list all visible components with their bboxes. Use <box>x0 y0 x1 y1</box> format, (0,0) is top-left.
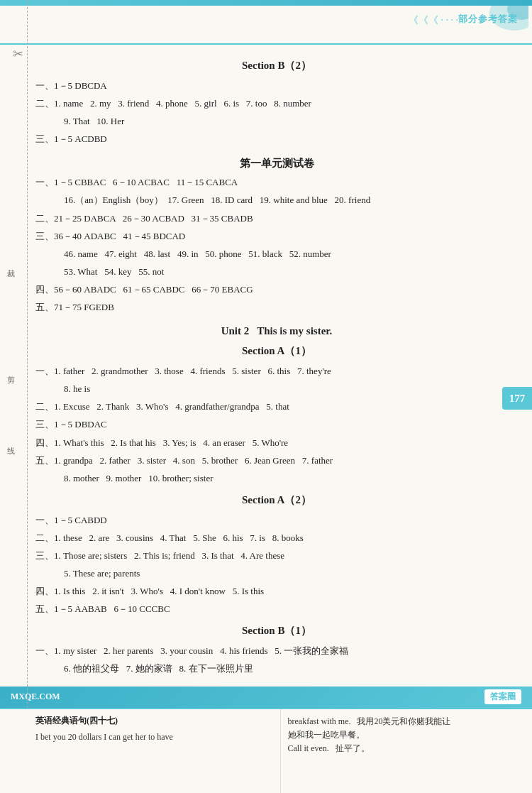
unit1-test-title: 第一单元测试卷 <box>35 157 518 170</box>
top-bar <box>0 0 532 6</box>
footer-right-english: breakfast with me. <box>288 716 351 726</box>
page-badge: 177 <box>502 387 532 410</box>
footer-call-label: Call it even. <box>288 743 329 753</box>
unit2-title: Unit 2 This is my sister. <box>35 325 518 337</box>
footer-left-text: I bet you 20 dollars I can get her to ha… <box>35 731 273 744</box>
footer-left-english: I bet you 20 dollars I can get her to ha… <box>35 732 173 742</box>
answer-line: 四、56－60 ABADC 61－65 CABDC 66－70 EBACG <box>35 282 518 297</box>
bottom-url: MXQE.COM <box>11 691 60 702</box>
footer-call-chinese: 扯平了。 <box>336 743 370 753</box>
header-arrows: 《《《 · · · · · · <box>409 14 468 27</box>
bottom-answer: 答案圈 <box>484 689 521 704</box>
footer-right-text: breakfast with me. 我用20美元和你赌我能让 <box>288 715 526 728</box>
answer-line: 5. These are; parents <box>64 566 518 581</box>
section-a1-title: Section A（1） <box>35 344 518 358</box>
footer-right-text2: 她和我一起吃早餐。 <box>288 728 526 742</box>
page-wrapper: 部分参考答案 《《《 · · · · · · ✂ 裁 剪 线 177 Secti… <box>0 0 532 793</box>
footer-area: 英语经典语句(四十七) I bet you 20 dollars I can g… <box>0 708 532 793</box>
answer-line: 三、36－40 ADABC 41－45 BDCAD <box>35 229 518 244</box>
section-b2: Section B（2） 一、1－5 DBCDA 二、1. name 2. my… <box>35 59 518 147</box>
answer-line: 三、1－5 ACDBD <box>35 131 518 147</box>
answer-line: 四、1. What's this 2. Is that his 3. Yes; … <box>35 435 518 451</box>
answer-line: 五、71－75 FGEDB <box>35 300 518 315</box>
answer-line: 二、1. name 2. my 3. friend 4. phone 5. gi… <box>35 96 518 111</box>
answer-line: 五、1－5 AABAB 6－10 CCCBC <box>35 601 518 617</box>
footer-call: Call it even. 扯平了。 <box>288 742 526 755</box>
header-area: 部分参考答案 《《《 · · · · · · <box>0 6 532 45</box>
answer-line: 一、1－5 CBBAC 6－10 ACBAC 11－15 CABCA <box>35 175 518 190</box>
answer-line: 四、1. Is this 2. it isn't 3. Who's 4. I d… <box>35 584 518 599</box>
footer-left: 英语经典语句(四十七) I bet you 20 dollars I can g… <box>0 709 281 793</box>
answer-line: 二、1. these 2. are 3. cousins 4. That 5. … <box>35 530 518 546</box>
answer-line: 二、1. Excuse 2. Thank 3. Who's 4. grandfa… <box>35 399 518 415</box>
footer-right: breakfast with me. 我用20美元和你赌我能让 她和我一起吃早餐… <box>281 709 533 793</box>
answer-line: 16.（an）English（boy） 17. Green 18. ID car… <box>64 192 518 208</box>
footer-english-label: 英语经典语句(四十七) <box>35 715 273 727</box>
answer-line: 6. 他的祖父母 7. 她的家谱 8. 在下一张照片里 <box>64 661 518 677</box>
main-content: Section B（2） 一、1－5 DBCDA 二、1. name 2. my… <box>35 45 518 687</box>
cut-line <box>27 0 28 793</box>
answer-line: 8. mother 9. mother 10. brother; sister <box>64 471 518 486</box>
answer-line: 46. name 47. eight 48. last 49. in 50. p… <box>64 246 518 262</box>
answer-line: 9. That 10. Her <box>64 114 518 129</box>
answer-line: 一、1－5 CABDD <box>35 513 518 528</box>
answer-line: 三、1. Those are; sisters 2. This is; frie… <box>35 548 518 564</box>
answer-line: 一、1. father 2. grandmother 3. those 4. f… <box>35 363 518 379</box>
answer-line: 二、21－25 DABCA 26－30 ACBAD 31－35 CBADB <box>35 211 518 226</box>
footer-right-chinese2: 她和我一起吃早餐。 <box>288 730 365 740</box>
bottom-bar: MXQE.COM 答案圈 <box>0 687 532 708</box>
answer-line: 五、1. grandpa 2. father 3. sister 4. son … <box>35 453 518 469</box>
footer-right-chinese1: 我用20美元和你赌我能让 <box>357 716 450 726</box>
section-b1-title: Section B（1） <box>35 624 518 638</box>
unit2: Unit 2 This is my sister. Section A（1） 一… <box>35 325 518 677</box>
scissors-icon: ✂ <box>13 46 23 62</box>
unit1-test: 第一单元测试卷 一、1－5 CBBAC 6－10 ACBAC 11－15 CAB… <box>35 157 518 315</box>
answer-line: 53. What 54. key 55. not <box>64 264 518 280</box>
answer-line: 一、1. my sister 2. her parents 3. your co… <box>35 643 518 659</box>
section-a2-title: Section A（2） <box>35 493 518 507</box>
answer-line: 8. he is <box>64 381 518 397</box>
answer-line: 三、1－5 DBDAC <box>35 417 518 432</box>
answer-text: 答案圈 <box>490 691 516 701</box>
section-b2-title: Section B（2） <box>35 59 518 72</box>
answer-line: 一、1－5 DBCDA <box>35 78 518 94</box>
